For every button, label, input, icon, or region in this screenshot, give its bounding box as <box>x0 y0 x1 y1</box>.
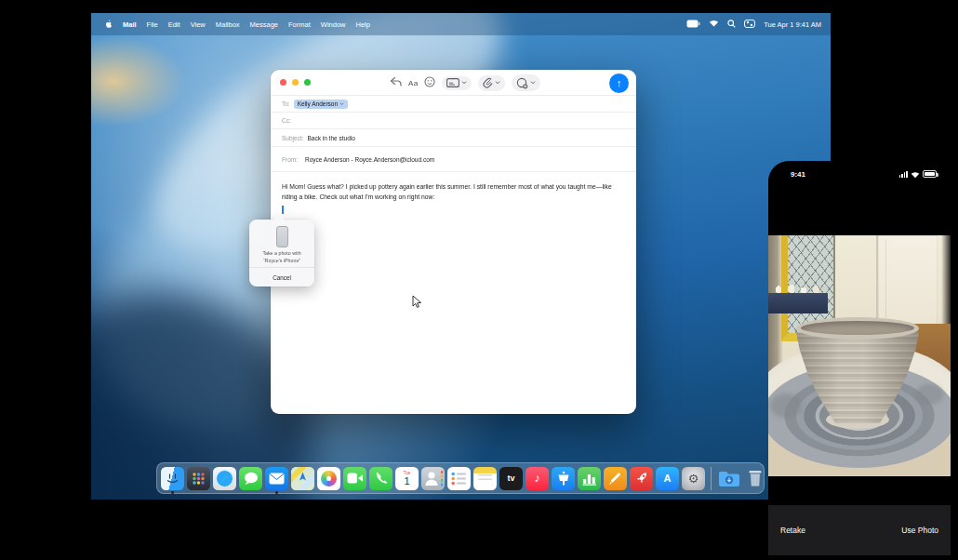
subject-label: Subject: <box>282 135 304 141</box>
dock-rocket-icon[interactable] <box>630 467 653 490</box>
cc-label: Cc: <box>282 117 291 124</box>
bowl-rim <box>796 317 919 340</box>
menu-item-window[interactable]: Window <box>321 20 346 29</box>
shelf <box>768 293 828 313</box>
apple-menu-icon[interactable] <box>104 19 113 31</box>
message-body-text: Hi Mom! Guess what? I picked up pottery … <box>282 182 625 202</box>
menu-item-format[interactable]: Format <box>288 20 311 29</box>
dock-pages-icon[interactable] <box>604 467 627 490</box>
take-photo-popover: Take a photo with “Royce’s iPhone” Cance… <box>249 220 314 287</box>
tv-glyph: tv <box>507 473 514 483</box>
music-note-glyph: ♪ <box>535 472 540 485</box>
photos-flower-glyph <box>321 471 337 487</box>
dock: Tue 1 tv ♪ <box>156 462 765 494</box>
menu-item-file[interactable]: File <box>147 20 158 29</box>
dock-system-settings-icon[interactable]: ⚙ <box>682 467 705 490</box>
menu-item-view[interactable]: View <box>191 20 206 29</box>
dock-numbers-icon[interactable] <box>578 467 601 490</box>
window-title-bar[interactable]: Aa ↑ <box>271 70 636 96</box>
calendar-day: 1 <box>404 476 409 487</box>
dock-downloads-folder-icon[interactable] <box>717 467 740 490</box>
menu-bar: Mail File Edit View Mailbox Message Form… <box>91 13 831 35</box>
dock-notes-icon[interactable] <box>473 467 497 490</box>
menu-item-message[interactable]: Message <box>250 20 278 29</box>
iphone-icon <box>276 226 288 247</box>
subject-value: Back in the studio <box>308 135 355 141</box>
desktop-canvas: Mail File Edit View Mailbox Message Form… <box>0 0 958 560</box>
clay-smudge <box>770 393 802 418</box>
zoom-window-button[interactable] <box>304 79 311 86</box>
control-center-icon[interactable] <box>744 20 755 30</box>
dock-safari-icon[interactable] <box>213 467 236 490</box>
wifi-icon <box>911 166 920 182</box>
dock-mail-icon[interactable] <box>265 467 288 490</box>
to-label: To: <box>282 100 290 107</box>
from-field[interactable]: From: Royce Anderson - Royce.Anderson@ic… <box>271 147 636 172</box>
dock-contacts-icon[interactable] <box>421 467 445 490</box>
minimize-window-button[interactable] <box>292 79 299 86</box>
dock-messages-icon[interactable] <box>239 467 262 490</box>
menu-item-edit[interactable]: Edit <box>168 20 180 29</box>
battery-icon[interactable] <box>686 20 700 30</box>
format-text-button[interactable]: Aa <box>408 79 418 87</box>
app-store-glyph: A <box>664 473 672 484</box>
message-body[interactable]: Hi Mom! Guess what? I picked up pottery … <box>271 172 636 202</box>
iphone-camera-screen: 9:41 R <box>768 161 951 560</box>
retake-button[interactable]: Retake <box>780 526 805 535</box>
menu-item-help[interactable]: Help <box>355 20 369 29</box>
close-window-button[interactable] <box>280 79 286 86</box>
clay-smudge <box>915 384 943 405</box>
wifi-icon[interactable] <box>709 20 719 29</box>
camera-viewfinder-photo <box>768 235 951 476</box>
attach-file-button[interactable] <box>478 75 505 91</box>
text-caret <box>282 206 284 214</box>
dock-photos-icon[interactable] <box>317 467 340 490</box>
menu-bar-clock[interactable]: Tue Apr 1 9:41 AM <box>764 20 821 29</box>
dock-trash-icon[interactable] <box>743 467 766 490</box>
popover-message: Take a photo with “Royce’s iPhone” <box>262 250 300 264</box>
mac-display: Mail File Edit View Mailbox Message Form… <box>91 13 831 500</box>
use-photo-button[interactable]: Use Photo <box>901 526 938 535</box>
dock-launchpad-icon[interactable] <box>187 467 210 490</box>
cancel-button[interactable]: Cancel <box>249 268 314 287</box>
chevron-down-icon <box>495 81 500 85</box>
chevron-down-icon <box>530 81 536 85</box>
chevron-down-icon <box>339 102 344 106</box>
to-field[interactable]: To: Kelly Anderson <box>271 96 636 113</box>
camera-action-bar: Retake Use Photo <box>768 505 951 555</box>
cc-field[interactable]: Cc: <box>271 113 636 129</box>
dock-calendar-icon[interactable]: Tue 1 <box>395 467 419 490</box>
dock-reminders-icon[interactable] <box>447 467 471 490</box>
send-button[interactable]: ↑ <box>609 73 629 93</box>
cellular-signal-icon <box>899 171 908 178</box>
dock-facetime-icon[interactable] <box>343 467 366 490</box>
from-label: From: <box>282 156 298 163</box>
running-indicator <box>275 491 278 494</box>
insert-from-iphone-button[interactable] <box>512 74 540 91</box>
running-indicator <box>171 491 174 494</box>
undo-icon[interactable] <box>390 74 402 91</box>
recipient-token[interactable]: Kelly Anderson <box>294 100 348 109</box>
dock-maps-icon[interactable] <box>291 467 314 490</box>
dock-phone-icon[interactable] <box>369 467 393 490</box>
iphone-clock: 9:41 <box>791 170 805 179</box>
photo-browser-button[interactable] <box>442 76 472 90</box>
menu-item-mail[interactable]: Mail <box>123 20 137 29</box>
from-value: Royce Anderson - Royce.Anderson@icloud.c… <box>305 156 434 163</box>
dock-divider <box>711 467 712 490</box>
dock-tv-icon[interactable]: tv <box>499 467 523 490</box>
battery-icon <box>923 170 937 178</box>
mail-compose-window: Aa ↑ <box>271 70 636 414</box>
emoji-icon[interactable] <box>424 74 435 91</box>
menu-item-mailbox[interactable]: Mailbox <box>216 20 240 29</box>
dock-music-icon[interactable]: ♪ <box>526 467 549 490</box>
iphone-status-bar: 9:41 <box>768 161 951 183</box>
gear-icon: ⚙ <box>688 472 699 486</box>
search-icon[interactable] <box>727 20 736 30</box>
dock-app-store-icon[interactable]: A <box>656 467 679 490</box>
dock-finder-icon[interactable] <box>161 467 184 490</box>
chevron-down-icon <box>461 81 467 85</box>
subject-field[interactable]: Subject: Back in the studio <box>271 129 636 147</box>
mouse-cursor <box>412 295 422 313</box>
dock-keynote-icon[interactable] <box>552 467 575 490</box>
